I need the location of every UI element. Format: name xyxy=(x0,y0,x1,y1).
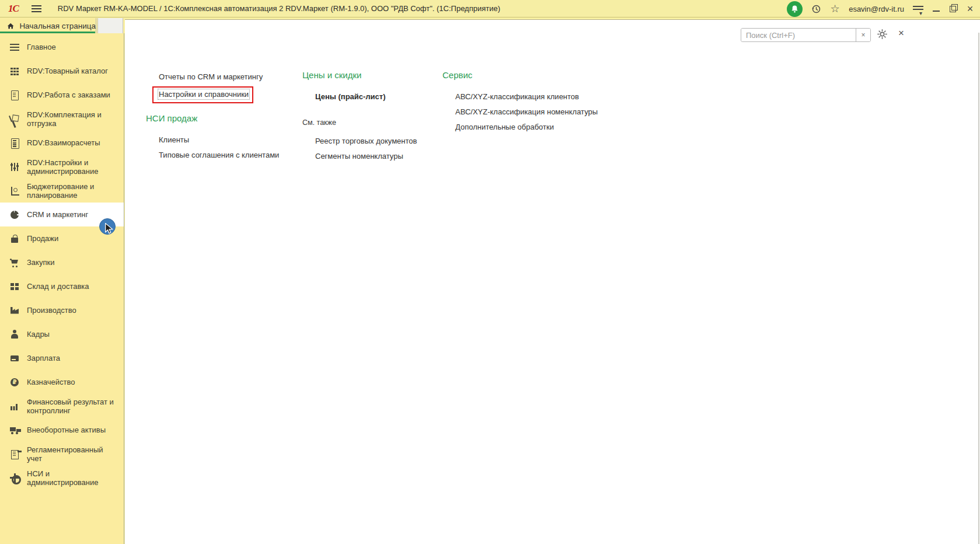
menu-item[interactable]: Клиенты xyxy=(146,134,286,146)
titlebar: 1С RDV Маркет RM-KA-MODEL / 1С:Комплексн… xyxy=(0,0,980,18)
sidebar-item[interactable]: Склад и доставка xyxy=(0,274,124,298)
sidebar-item[interactable]: Финансовый результат и контроллинг xyxy=(0,394,124,418)
search-input[interactable] xyxy=(741,29,856,41)
sidebar-item[interactable]: Зарплата xyxy=(0,346,124,370)
sidebar-item[interactable]: Производство xyxy=(0,298,124,322)
card-icon xyxy=(9,353,20,364)
truck-icon xyxy=(9,425,20,435)
menu-item[interactable]: Сегменты номенклатуры xyxy=(302,151,434,162)
close-window-button[interactable]: × xyxy=(966,5,974,13)
factory-icon xyxy=(9,305,20,316)
search-clear-button[interactable]: × xyxy=(856,29,870,41)
user-email[interactable]: esavin@rdv-it.ru xyxy=(849,5,904,13)
sidebar-item[interactable]: Закупки xyxy=(0,250,124,274)
main-menu-icon xyxy=(9,42,20,53)
window-title: RDV Маркет RM-KA-MODEL / 1С:Комплексная … xyxy=(58,4,500,13)
panel-settings-gear-icon[interactable] xyxy=(877,29,888,40)
history-icon[interactable] xyxy=(811,4,821,14)
tab-home-page[interactable]: Начальная страница xyxy=(0,18,96,33)
minimize-button[interactable] xyxy=(932,5,940,13)
cart-icon xyxy=(9,257,20,268)
register-icon xyxy=(9,449,20,459)
favorites-star-icon[interactable]: ☆ xyxy=(830,4,840,14)
menu-item[interactable]: Типовые соглашения с клиентами xyxy=(146,149,286,161)
bell-icon xyxy=(790,5,799,13)
sidebar-item[interactable]: Главное xyxy=(0,35,124,59)
menu-section-header: Цены и скидки xyxy=(302,69,434,81)
bag-icon xyxy=(9,233,20,244)
menu-section-header: См. также xyxy=(302,118,434,127)
menu-item[interactable]: Дополнительные обработки xyxy=(442,121,612,133)
service-menu-icon[interactable]: ▾ xyxy=(913,5,923,13)
sidebar-item[interactable]: RDV:Комплектация и отгрузка xyxy=(0,107,124,131)
menu-section-header: Сервис xyxy=(442,69,612,81)
sidebar-item[interactable]: RDV:Товарный каталог xyxy=(0,59,124,83)
pie-chart-icon xyxy=(9,210,20,220)
home-icon xyxy=(7,22,14,30)
panel-close-icon[interactable]: × xyxy=(898,27,904,39)
menu-column: Цены и скидкиЦены (прайс-лист)См. такжеР… xyxy=(302,20,434,166)
barchart-icon xyxy=(9,401,20,412)
scrollbar-strip[interactable] xyxy=(978,33,979,544)
menu-column: СервисАВС/XYZ-классификация клиентовАВС/… xyxy=(442,20,612,137)
tab-stub xyxy=(97,18,123,34)
sidebar-item[interactable]: RDV:Взаиморасчеты xyxy=(0,131,124,155)
sidebar: Главное RDV:Товарный каталог RDV:Работа … xyxy=(0,33,124,544)
1c-logo-icon: 1С xyxy=(8,3,19,15)
orders-doc-icon xyxy=(9,90,20,100)
sliders-icon xyxy=(9,162,20,172)
search-box: × xyxy=(741,28,871,42)
sidebar-item[interactable]: Кадры xyxy=(0,322,124,346)
mouse-cursor-icon xyxy=(104,223,114,234)
tab-strip: Начальная страница xyxy=(0,18,124,33)
tab-home-label: Начальная страница xyxy=(19,22,96,30)
catalog-grid-icon xyxy=(9,66,20,76)
menu-item[interactable]: АВС/XYZ-классификация номенклатуры xyxy=(442,106,612,118)
maximize-button[interactable] xyxy=(949,5,957,13)
person-icon xyxy=(9,329,20,340)
crm-marketing-panel: × × Отчеты по CRM и маркетингуНастройки … xyxy=(125,19,980,544)
menu-item-focused[interactable]: Настройки и справочники xyxy=(159,90,249,99)
sidebar-item[interactable]: Казначейство xyxy=(0,370,124,394)
menu-item[interactable]: Настройки и справочники xyxy=(146,86,286,103)
annotation-red-box: Настройки и справочники xyxy=(152,86,253,103)
handtruck-icon xyxy=(9,114,20,124)
menu-section-header: НСИ продаж xyxy=(146,113,286,124)
sidebar-item[interactable]: RDV:Работа с заказами xyxy=(0,83,124,107)
calculator-icon xyxy=(9,138,20,148)
sidebar-item[interactable]: Регламентированный учет xyxy=(0,442,124,466)
menu-item[interactable]: АВС/XYZ-классификация клиентов xyxy=(442,91,612,103)
ruble-icon xyxy=(9,377,20,388)
gear-icon xyxy=(9,473,20,483)
menu-item[interactable]: Реестр торговых документов xyxy=(302,135,434,147)
warehouse-icon xyxy=(9,281,20,292)
sidebar-item[interactable]: Бюджетирование и планирование xyxy=(0,179,124,203)
main-menu-icon[interactable] xyxy=(32,5,41,12)
sidebar-item[interactable]: Внеоборотные активы xyxy=(0,418,124,442)
menu-column: Отчеты по CRM и маркетингуНастройки и сп… xyxy=(146,20,286,165)
notifications-button[interactable] xyxy=(787,1,803,17)
sidebar-item[interactable]: RDV:Настройки и администрирование xyxy=(0,155,124,179)
menu-item[interactable]: Отчеты по CRM и маркетингу xyxy=(146,71,286,83)
sidebar-item[interactable]: НСИ и администрирование xyxy=(0,466,124,490)
menu-item[interactable]: Цены (прайс-лист) xyxy=(302,91,434,103)
chart-axis-icon xyxy=(9,186,20,196)
